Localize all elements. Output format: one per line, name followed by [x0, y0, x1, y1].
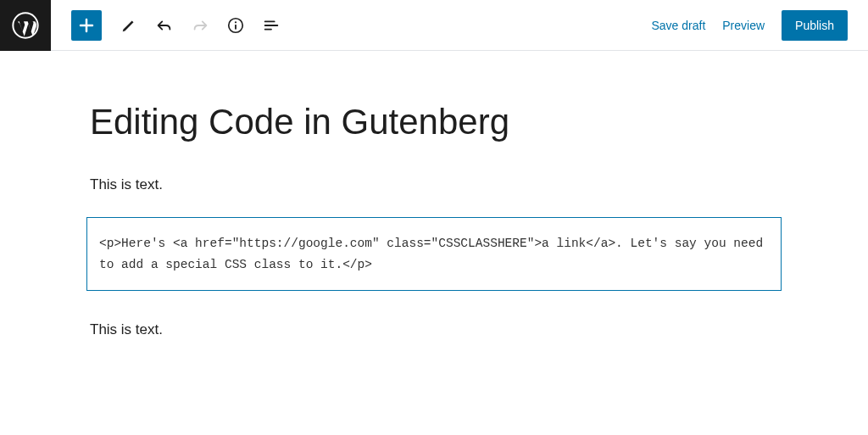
- redo-icon: [191, 16, 209, 35]
- post-title[interactable]: Editing Code in Gutenberg: [86, 102, 782, 142]
- tool-icons: [119, 15, 281, 36]
- pencil-icon: [120, 16, 138, 35]
- undo-icon: [155, 16, 174, 35]
- paragraph-block[interactable]: This is text.: [86, 321, 782, 338]
- info-button[interactable]: [225, 15, 246, 36]
- paragraph-block[interactable]: This is text.: [86, 176, 782, 193]
- svg-point-2: [235, 21, 236, 23]
- header-actions: Save draft Preview Publish: [651, 10, 868, 41]
- info-icon: [226, 16, 245, 35]
- publish-button[interactable]: Publish: [782, 10, 848, 41]
- preview-button[interactable]: Preview: [722, 19, 765, 32]
- add-block-button[interactable]: [71, 10, 102, 41]
- svg-rect-3: [235, 25, 236, 30]
- list-icon: [262, 16, 281, 35]
- edit-tool-button[interactable]: [119, 15, 139, 36]
- outline-button[interactable]: [261, 15, 281, 36]
- editor-toolbar: Save draft Preview Publish: [0, 0, 868, 51]
- plus-icon: [76, 15, 97, 36]
- wordpress-logo[interactable]: [0, 0, 51, 51]
- redo-button[interactable]: [190, 15, 210, 36]
- code-block-selected[interactable]: <p>Here's <a href="https://google.com" c…: [86, 217, 782, 291]
- save-draft-button[interactable]: Save draft: [651, 19, 705, 32]
- editor-canvas: Editing Code in Gutenberg This is text. …: [86, 51, 782, 338]
- wordpress-icon: [12, 12, 39, 39]
- undo-button[interactable]: [154, 15, 175, 36]
